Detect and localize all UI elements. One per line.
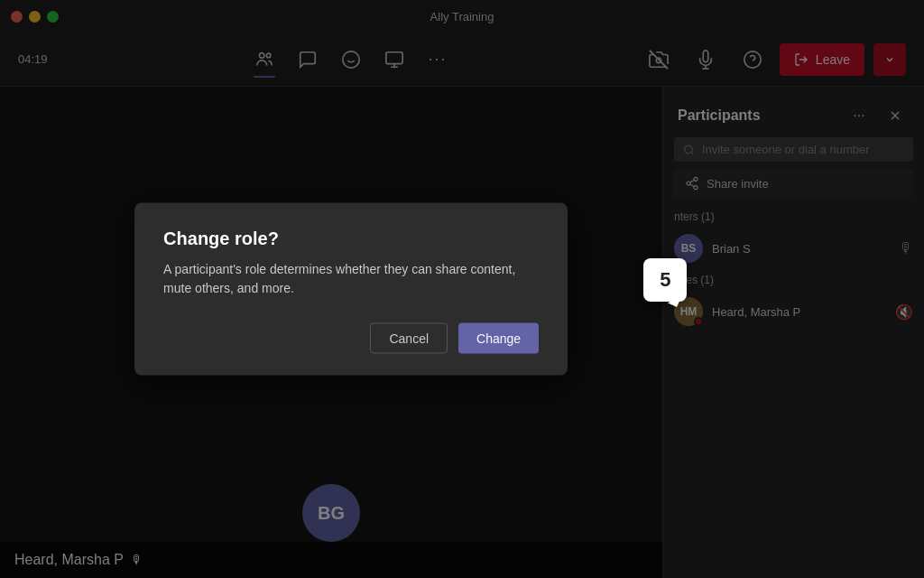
- dialog-text: A participant's role determines whether …: [163, 260, 539, 298]
- step-number: 5: [643, 258, 687, 302]
- change-role-dialog: Change role? A participant's role determ…: [134, 203, 568, 376]
- dialog-buttons: Cancel Change: [163, 323, 539, 354]
- change-button[interactable]: Change: [458, 323, 539, 354]
- dialog-title: Change role?: [163, 228, 539, 249]
- cancel-button[interactable]: Cancel: [370, 323, 448, 354]
- step-badge: 5: [643, 258, 687, 302]
